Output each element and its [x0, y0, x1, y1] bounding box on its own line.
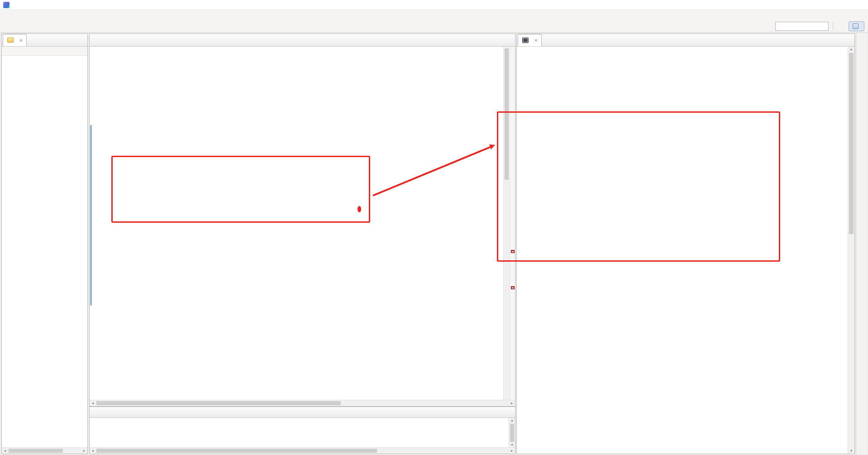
terminal-icon [522, 38, 529, 43]
explorer-hscrollbar[interactable]: ◂ ▸ [2, 447, 87, 454]
titlebar [0, 0, 868, 10]
scroll-right-icon[interactable]: ▸ [509, 401, 515, 405]
open-perspective-icon[interactable] [837, 22, 846, 31]
menubar [0, 10, 868, 20]
toolbar-separator [833, 22, 833, 30]
console-header-line [90, 418, 509, 420]
scrollbar-thumb[interactable] [849, 53, 854, 234]
terminal-panel: × ▲ ▼ [516, 34, 855, 454]
right-strip-icons [856, 34, 867, 454]
scrollbar-thumb[interactable] [9, 449, 63, 453]
editor-body [90, 47, 515, 400]
editor-hscrollbar[interactable]: ◂ ▸ [90, 400, 515, 406]
scrollbar-thumb[interactable] [510, 424, 514, 442]
tab-terminal-1[interactable]: × [518, 34, 542, 46]
terminal-content [517, 47, 848, 454]
cpp-perspective-icon [853, 24, 858, 29]
project-explorer-icon [7, 38, 14, 43]
editor-header-icons [513, 34, 515, 46]
quick-access-input[interactable] [775, 22, 829, 31]
cpp-perspective-button[interactable] [849, 21, 864, 31]
scroll-down-icon[interactable]: ▼ [848, 448, 854, 454]
editor-overview-ruler [510, 47, 515, 400]
project-explorer-panel: × ◂ ▸ [1, 34, 88, 454]
scroll-up-icon[interactable]: ▲ [509, 418, 515, 423]
error-marker-icon[interactable] [511, 286, 515, 289]
main-toolbar [0, 20, 868, 33]
terminal-toolbar [853, 34, 854, 46]
maximize-button[interactable] [826, 0, 847, 10]
tab-project-explorer[interactable]: × [3, 34, 27, 46]
error-marker-icon[interactable] [511, 250, 515, 253]
project-explorer-tabbar: × [2, 34, 87, 47]
terminal-vscrollbar[interactable]: ▲ ▼ [848, 47, 854, 454]
terminal-tabbar: × [517, 34, 854, 47]
range-indicator [90, 125, 92, 306]
app-icon [3, 2, 10, 8]
console-vscrollbar[interactable]: ▲ ▼ [509, 418, 515, 448]
console-tabbar [90, 407, 515, 418]
editor-vscrollbar[interactable] [503, 47, 510, 400]
close-icon[interactable]: × [534, 38, 537, 43]
scrollbar-thumb[interactable] [96, 449, 377, 453]
terminal-status-line [520, 48, 848, 57]
scroll-up-icon[interactable]: ▲ [848, 47, 854, 52]
window-controls [806, 0, 868, 10]
project-tree [2, 56, 87, 447]
close-button[interactable] [847, 0, 868, 10]
scrollbar-thumb[interactable] [505, 48, 509, 180]
console-hscrollbar[interactable]: ◂ ▸ [90, 447, 515, 454]
console-toolbar [513, 407, 515, 417]
minimize-button[interactable] [806, 0, 826, 10]
close-icon[interactable]: × [19, 38, 22, 43]
scroll-left-icon[interactable]: ◂ [90, 401, 96, 405]
scroll-right-icon[interactable]: ▸ [509, 449, 515, 453]
console-content [90, 418, 509, 448]
scroll-left-icon[interactable]: ◂ [2, 449, 8, 453]
explorer-toolbar-icons [2, 47, 87, 56]
console-panel: ▲ ▼ ◂ ▸ [89, 407, 515, 454]
explorer-header-icons [86, 34, 87, 46]
scroll-right-icon[interactable]: ▸ [81, 449, 87, 453]
editor-tabbar [90, 34, 515, 47]
toolbar-right [775, 21, 864, 31]
editor-panel: ◂ ▸ [89, 34, 515, 407]
scrollbar-thumb[interactable] [96, 401, 341, 405]
scroll-left-icon[interactable]: ◂ [90, 449, 96, 453]
